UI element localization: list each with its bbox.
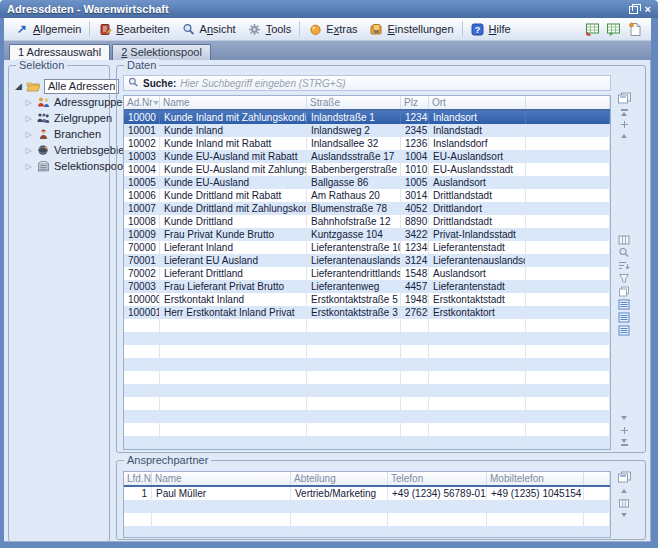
menu-hilfe[interactable]: ? Hilfe [465, 21, 517, 38]
table-row[interactable]: 100000Erstkontakt InlandErstkontaktstraß… [124, 293, 610, 306]
table-cell [160, 410, 307, 423]
table-row[interactable]: 10004Kunde EU-Ausland mit Zahlungskondti… [124, 163, 610, 176]
tree-item-branchen[interactable]: ▷ Branchen [14, 126, 107, 142]
scroll-bottom-icon[interactable] [621, 437, 628, 447]
column-header[interactable] [526, 96, 610, 109]
contacts-table[interactable]: Lfd.Nr.NameAbteilungTelefonMobiltelefon1… [123, 471, 611, 538]
column-header[interactable]: Name [160, 96, 307, 109]
column-header[interactable]: Ort [429, 96, 526, 109]
folder-open-icon [26, 80, 41, 92]
table-row[interactable]: 10005Kunde EU-AuslandBallgasse 861005Aus… [124, 176, 610, 189]
menu-einstellungen[interactable]: Einstellungen [364, 21, 460, 38]
table-row[interactable] [124, 410, 610, 423]
column-header[interactable] [584, 472, 610, 485]
table-row[interactable] [124, 345, 610, 358]
table-cell [160, 449, 307, 450]
column-header[interactable]: Abteilung [291, 472, 388, 485]
move-icon[interactable] [621, 425, 628, 435]
table-row[interactable]: 100001Herr Erstkontakt Inland PrivatErst… [124, 306, 610, 319]
table-row[interactable] [124, 449, 610, 450]
column-chooser-icon[interactable] [617, 90, 632, 102]
table-cell [124, 500, 152, 513]
table-row[interactable] [124, 526, 610, 538]
menu-bearbeiten[interactable]: Bearbeiten [92, 21, 175, 38]
grid-import-icon[interactable] [606, 22, 622, 37]
table-row[interactable]: 10007Kunde Drittland mit Zahlungskonditi… [124, 202, 610, 215]
menu-extras[interactable]: Extras [302, 21, 363, 38]
menu-separator [299, 21, 300, 37]
table-row[interactable] [124, 332, 610, 345]
menu-ansicht[interactable]: Ansicht [176, 21, 242, 38]
table-cell [429, 345, 526, 358]
table-row[interactable]: 10003Kunde EU-Ausland mit RabattAuslands… [124, 150, 610, 163]
grid-export-icon[interactable] [585, 22, 601, 37]
table-row[interactable]: 10009Frau Privat Kunde BruttoKuntzgasse … [124, 228, 610, 241]
tree-item-selektionspools[interactable]: ▷ Selektionspools [14, 158, 107, 174]
table-row[interactable]: 70000Lieferant InlandLieferantenstraße 1… [124, 241, 610, 254]
scroll-down-icon[interactable] [621, 413, 627, 423]
table-row[interactable]: 10002Kunde Inland mit RabattInlandsallee… [124, 137, 610, 150]
tab-adressauswahl[interactable]: 1 Adressauswahl [9, 44, 110, 60]
table-row[interactable]: 10006Kunde Drittland mit RabattAm Rathau… [124, 189, 610, 202]
scroll-up-icon[interactable] [621, 486, 627, 496]
table-cell [401, 384, 429, 397]
copy-icon[interactable] [618, 286, 630, 297]
table-row[interactable]: 70001Lieferant EU AuslandLieferantenausl… [124, 254, 610, 267]
column-header[interactable]: Plz [401, 96, 429, 109]
tree-item-zielgruppen[interactable]: ▷ Zielgruppen [14, 110, 107, 126]
menu-allgemein[interactable]: ↗ Allgemein [9, 21, 87, 38]
table-row[interactable] [124, 397, 610, 410]
tree-item-adressgruppen[interactable]: ▷ Adressgruppen [14, 94, 107, 110]
table-row[interactable] [124, 500, 610, 513]
table-row[interactable] [124, 384, 610, 397]
layout-list-icon[interactable] [618, 299, 630, 310]
address-table[interactable]: Ad.NrNameStraßePlzOrt10000Kunde Inland m… [123, 95, 611, 450]
scroll-up-icon[interactable] [621, 131, 627, 141]
expand-icon[interactable]: ▷ [24, 162, 33, 171]
table-row[interactable]: 70002Lieferant DrittlandLieferantendritt… [124, 267, 610, 280]
table-row[interactable]: 10001Kunde InlandInlandsweg 223457Inland… [124, 124, 610, 137]
column-chooser-icon[interactable] [617, 469, 632, 481]
restore-button[interactable] [629, 0, 638, 18]
expand-icon[interactable]: ▷ [24, 98, 33, 107]
scroll-down-icon[interactable] [621, 510, 627, 520]
filter-icon[interactable] [618, 273, 630, 284]
table-row[interactable]: 70003Frau Lieferant Privat BruttoLiefera… [124, 280, 610, 293]
table-row[interactable] [124, 423, 610, 436]
card-view-icon[interactable] [618, 234, 630, 245]
new-document-icon[interactable] [627, 22, 643, 37]
table-row[interactable] [124, 436, 610, 449]
column-header[interactable]: Name [152, 472, 291, 485]
column-header[interactable]: Mobiltelefon [487, 472, 584, 485]
expand-icon[interactable]: ▷ [24, 114, 33, 123]
table-row[interactable] [124, 371, 610, 384]
expand-icon[interactable]: ▷ [24, 130, 33, 139]
move-icon[interactable] [621, 119, 628, 129]
table-row[interactable] [124, 319, 610, 332]
table-cell: Kunde Inland mit Rabatt [160, 137, 307, 150]
column-header[interactable]: Ad.Nr [124, 96, 160, 109]
sort-icon[interactable] [618, 260, 630, 271]
table-row[interactable]: 10008Kunde DrittlandBahnhofstraße 128890… [124, 215, 610, 228]
table-row[interactable] [124, 358, 610, 371]
table-row[interactable]: 10000Kunde Inland mit Zahlungskondition … [124, 111, 610, 124]
expand-icon[interactable]: ▷ [24, 146, 33, 155]
column-header[interactable]: Lfd.Nr. [124, 472, 152, 485]
table-cell: Kunde Drittland mit Zahlungskonditionen [160, 202, 307, 215]
column-header[interactable]: Straße [307, 96, 401, 109]
scroll-top-icon[interactable] [621, 107, 628, 117]
layout-list-icon[interactable] [618, 312, 630, 323]
tab-selektionspool[interactable]: 2 Selektionspool [112, 44, 211, 60]
zoom-icon[interactable] [618, 247, 630, 258]
tree-item-vertriebsgebiete[interactable]: ▷ Vertriebsgebiete [14, 142, 107, 158]
table-row[interactable]: 1Paul MüllerVertrieb/Marketing+49 (1234)… [124, 487, 610, 500]
layout-list-icon[interactable] [618, 325, 630, 336]
collapse-icon[interactable]: ◢ [14, 81, 23, 91]
card-view-icon[interactable] [618, 498, 630, 508]
column-header[interactable]: Telefon [388, 472, 487, 485]
close-button[interactable]: × [645, 4, 651, 14]
tree-item-alle-adressen[interactable]: ◢ Alle Adressen [14, 78, 107, 94]
table-row[interactable] [124, 513, 610, 526]
search-input[interactable] [180, 78, 606, 89]
menu-tools[interactable]: Tools [242, 21, 298, 38]
